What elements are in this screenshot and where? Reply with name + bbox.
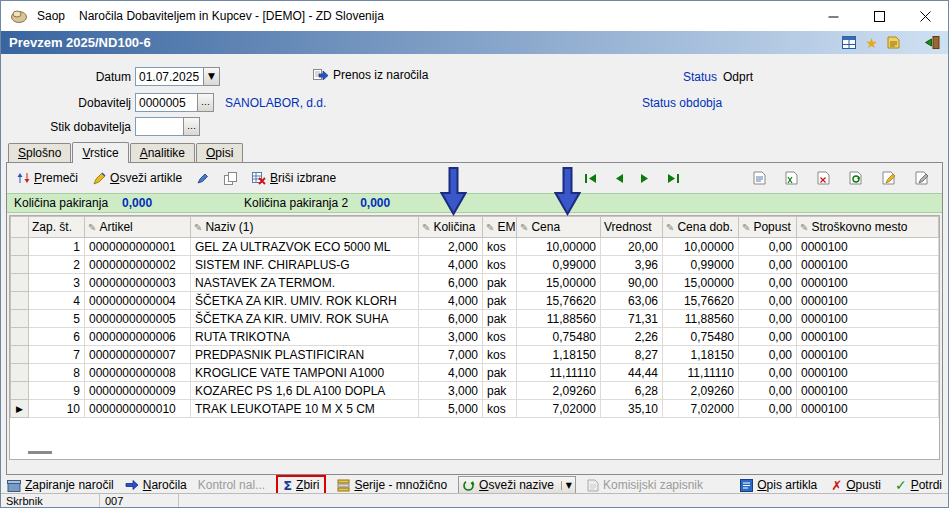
cell-naziv[interactable]: NASTAVEK ZA TERMOM. [191, 274, 419, 292]
cell-naziv[interactable]: GEL ZA ULTRAZVOK ECO 5000 ML [191, 238, 419, 256]
cell-zap-st[interactable]: 3 [29, 274, 85, 292]
table-row[interactable]: 4 0000000000004 ŠČETKA ZA KIR. UMIV. ROK… [11, 292, 939, 310]
cell-artikel[interactable]: 0000000000007 [85, 346, 191, 364]
row-selector[interactable] [11, 292, 29, 310]
table-row[interactable]: 2 0000000000002 SISTEM INF. CHIRAPLUS-G … [11, 256, 939, 274]
cell-cena[interactable]: 15,00000 [517, 274, 601, 292]
cell-cena-dob[interactable]: 7,02000 [663, 400, 739, 418]
cell-cena-dob[interactable]: 15,00000 [663, 274, 739, 292]
opis-artikla-button[interactable]: Opis artikla [740, 478, 817, 492]
cell-naziv[interactable]: PREDPASNIK PLASTIFICIRAN [191, 346, 419, 364]
col-zap-st[interactable]: Zap. št. [29, 217, 85, 238]
cell-vrednost[interactable]: 44,44 [601, 364, 663, 382]
stik-lookup-button[interactable]: … [183, 117, 200, 136]
zbiri-button[interactable]: Σ Zbiri [276, 475, 326, 495]
cell-popust[interactable]: 0,00 [739, 238, 797, 256]
col-naziv[interactable]: ✎Naziv (1) [191, 217, 419, 238]
cell-cena-dob[interactable]: 0,99000 [663, 256, 739, 274]
cell-vrednost[interactable]: 8,27 [601, 346, 663, 364]
cell-artikel[interactable]: 0000000000008 [85, 364, 191, 382]
cell-zap-st[interactable]: 8 [29, 364, 85, 382]
cell-stroskovno-mesto[interactable]: 0000100 [797, 346, 939, 364]
cell-zap-st[interactable]: 2 [29, 256, 85, 274]
cell-kolicina[interactable]: 4,000 [419, 256, 483, 274]
edit-document-button[interactable] [876, 168, 902, 188]
cell-popust[interactable]: 0,00 [739, 346, 797, 364]
next-record-button[interactable] [634, 170, 657, 187]
table-row[interactable]: 5 0000000000005 ŠČETKA ZA KIR. UMIV. ROK… [11, 310, 939, 328]
cell-cena-dob[interactable]: 1,18150 [663, 346, 739, 364]
tab-opisi[interactable]: Opisi [196, 143, 243, 162]
cell-cena-dob[interactable]: 2,09260 [663, 382, 739, 400]
col-artikel[interactable]: ✎Artikel [85, 217, 191, 238]
table-row[interactable]: 3 0000000000003 NASTAVEK ZA TERMOM. 6,00… [11, 274, 939, 292]
cell-em[interactable]: kos [483, 346, 517, 364]
row-selector[interactable] [11, 256, 29, 274]
cell-cena[interactable]: 0,99000 [517, 256, 601, 274]
edit-line-button[interactable] [191, 169, 215, 187]
copy-lines-button[interactable] [218, 169, 243, 188]
exit-door-icon[interactable] [925, 36, 940, 49]
cell-vrednost[interactable]: 63,06 [601, 292, 663, 310]
potrdi-button[interactable]: ✓ Potrdi [895, 478, 942, 492]
cell-zap-st[interactable]: 10 [29, 400, 85, 418]
cell-em[interactable]: pak [483, 292, 517, 310]
cell-cena[interactable]: 15,76620 [517, 292, 601, 310]
cell-naziv[interactable]: SISTEM INF. CHIRAPLUS-G [191, 256, 419, 274]
cell-stroskovno-mesto[interactable]: 0000100 [797, 310, 939, 328]
export-document-button[interactable] [747, 168, 772, 188]
cell-em[interactable]: pak [483, 364, 517, 382]
cell-kolicina[interactable]: 6,000 [419, 310, 483, 328]
cell-artikel[interactable]: 0000000000009 [85, 382, 191, 400]
cell-zap-st[interactable]: 5 [29, 310, 85, 328]
cell-popust[interactable]: 0,00 [739, 274, 797, 292]
minimize-button[interactable] [810, 1, 856, 31]
cell-cena[interactable]: 0,75480 [517, 328, 601, 346]
status-obdobja-link[interactable]: Status obdobja [642, 96, 722, 110]
layout-grid-icon[interactable] [842, 36, 856, 49]
prenos-iz-narocila-button[interactable]: Prenos iz naročila [313, 68, 428, 82]
opusti-button[interactable]: ✗ Opusti [831, 478, 881, 492]
cell-stroskovno-mesto[interactable]: 0000100 [797, 238, 939, 256]
dobavitelj-lookup-button[interactable]: … [197, 93, 214, 112]
cell-em[interactable]: kos [483, 238, 517, 256]
col-vrednost[interactable]: Vrednost [601, 217, 663, 238]
cell-kolicina[interactable]: 2,000 [419, 238, 483, 256]
osvezi-artikle-button[interactable]: Osveži artikle [87, 168, 188, 188]
dobavitelj-input[interactable] [135, 93, 198, 112]
cell-popust[interactable]: 0,00 [739, 382, 797, 400]
cell-vrednost[interactable]: 2,26 [601, 328, 663, 346]
cell-vrednost[interactable]: 35,10 [601, 400, 663, 418]
cell-em[interactable]: pak [483, 382, 517, 400]
cell-zap-st[interactable]: 7 [29, 346, 85, 364]
cell-kolicina[interactable]: 4,000 [419, 292, 483, 310]
cell-naziv[interactable]: KROGLICE VATE TAMPONI A1000 [191, 364, 419, 382]
cell-kolicina[interactable]: 5,000 [419, 400, 483, 418]
cell-kolicina[interactable]: 4,000 [419, 364, 483, 382]
col-em[interactable]: ✎EM [483, 217, 517, 238]
first-record-button[interactable] [578, 170, 603, 187]
cell-cena-dob[interactable]: 11,88560 [663, 310, 739, 328]
maximize-button[interactable] [856, 1, 902, 31]
cell-stroskovno-mesto[interactable]: 0000100 [797, 292, 939, 310]
col-cena[interactable]: ✎Cena [517, 217, 601, 238]
row-selector[interactable] [11, 382, 29, 400]
cell-kolicina[interactable]: 7,000 [419, 346, 483, 364]
cell-artikel[interactable]: 0000000000004 [85, 292, 191, 310]
cell-naziv[interactable]: ŠČETKA ZA KIR. UMIV. ROK SUHA [191, 310, 419, 328]
cell-zap-st[interactable]: 6 [29, 328, 85, 346]
cell-zap-st[interactable]: 4 [29, 292, 85, 310]
cell-kolicina[interactable]: 3,000 [419, 328, 483, 346]
cell-em[interactable]: pak [483, 310, 517, 328]
cell-stroskovno-mesto[interactable]: 0000100 [797, 274, 939, 292]
row-selector[interactable] [11, 364, 29, 382]
cell-popust[interactable]: 0,00 [739, 256, 797, 274]
cell-stroskovno-mesto[interactable]: 0000100 [797, 256, 939, 274]
table-row[interactable]: ▶ 10 0000000000010 TRAK LEUKOTAPE 10 M X… [11, 400, 939, 418]
cell-cena[interactable]: 7,02000 [517, 400, 601, 418]
cell-cena-dob[interactable]: 15,76620 [663, 292, 739, 310]
cell-cena[interactable]: 2,09260 [517, 382, 601, 400]
cell-stroskovno-mesto[interactable]: 0000100 [797, 328, 939, 346]
table-row[interactable]: 1 0000000000001 GEL ZA ULTRAZVOK ECO 500… [11, 238, 939, 256]
table-row[interactable]: 6 0000000000006 RUTA TRIKOTNA 3,000 kos … [11, 328, 939, 346]
